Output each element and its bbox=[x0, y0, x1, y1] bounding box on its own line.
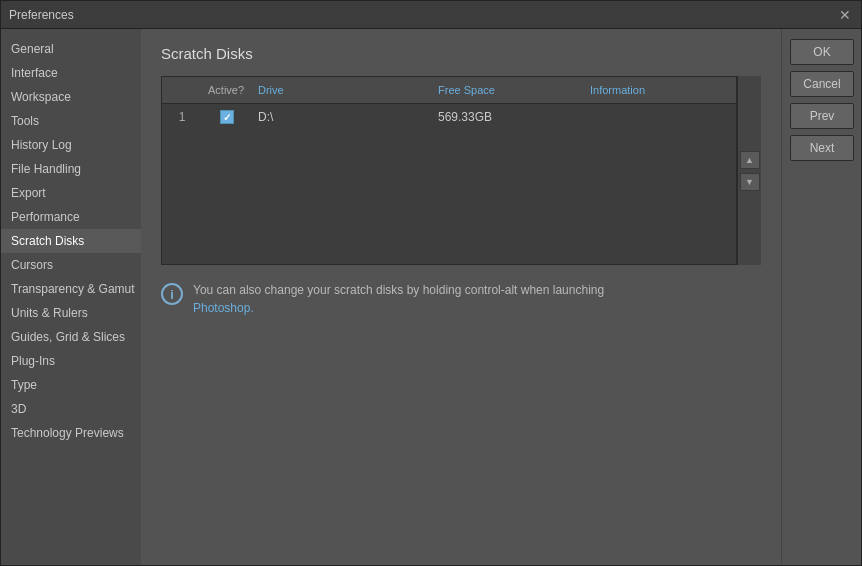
scroll-controls: ▲ ▼ bbox=[737, 76, 761, 265]
sidebar-item-3d[interactable]: 3D bbox=[1, 397, 141, 421]
sidebar-item-transparency-gamut[interactable]: Transparency & Gamut bbox=[1, 277, 141, 301]
dialog-title: Preferences bbox=[9, 8, 74, 22]
sidebar-item-general[interactable]: General bbox=[1, 37, 141, 61]
dialog-body: General Interface Workspace Tools Histor… bbox=[1, 29, 861, 565]
row-active-cell[interactable] bbox=[202, 106, 252, 128]
row-number: 1 bbox=[162, 106, 202, 128]
row-information bbox=[584, 113, 736, 121]
sidebar-item-technology-previews[interactable]: Technology Previews bbox=[1, 421, 141, 445]
table-body: 1 D:\ 569.33GB bbox=[162, 104, 736, 264]
sidebar-item-units-rulers[interactable]: Units & Rulers bbox=[1, 301, 141, 325]
info-icon: i bbox=[161, 283, 183, 305]
col-drive: Drive bbox=[252, 81, 432, 99]
sidebar-item-cursors[interactable]: Cursors bbox=[1, 253, 141, 277]
info-message-line2: Photoshop. bbox=[193, 301, 254, 315]
close-button[interactable]: ✕ bbox=[837, 7, 853, 23]
scroll-down-button[interactable]: ▼ bbox=[740, 173, 760, 191]
sidebar-item-export[interactable]: Export bbox=[1, 181, 141, 205]
sidebar-item-file-handling[interactable]: File Handling bbox=[1, 157, 141, 181]
sidebar-item-history-log[interactable]: History Log bbox=[1, 133, 141, 157]
ok-button[interactable]: OK bbox=[790, 39, 854, 65]
active-checkbox[interactable] bbox=[220, 110, 234, 124]
buttons-panel: OK Cancel Prev Next bbox=[781, 29, 861, 565]
row-freespace: 569.33GB bbox=[432, 106, 584, 128]
scratch-disks-table: Active? Drive Free Space Information 1 D… bbox=[161, 76, 737, 265]
sidebar-item-workspace[interactable]: Workspace bbox=[1, 85, 141, 109]
info-text: You can also change your scratch disks b… bbox=[193, 281, 604, 317]
sidebar-item-performance[interactable]: Performance bbox=[1, 205, 141, 229]
col-information: Information bbox=[584, 81, 736, 99]
col-num bbox=[162, 81, 202, 99]
preferences-dialog: Preferences ✕ General Interface Workspac… bbox=[0, 0, 862, 566]
next-button[interactable]: Next bbox=[790, 135, 854, 161]
row-drive: D:\ bbox=[252, 106, 432, 128]
title-bar: Preferences ✕ bbox=[1, 1, 861, 29]
sidebar-item-guides-grid-slices[interactable]: Guides, Grid & Slices bbox=[1, 325, 141, 349]
sidebar-item-tools[interactable]: Tools bbox=[1, 109, 141, 133]
cancel-button[interactable]: Cancel bbox=[790, 71, 854, 97]
table-row: 1 D:\ 569.33GB bbox=[162, 104, 736, 130]
info-section: i You can also change your scratch disks… bbox=[161, 281, 761, 317]
info-message-line1: You can also change your scratch disks b… bbox=[193, 283, 604, 297]
sidebar-item-scratch-disks[interactable]: Scratch Disks bbox=[1, 229, 141, 253]
sidebar-item-interface[interactable]: Interface bbox=[1, 61, 141, 85]
table-header: Active? Drive Free Space Information bbox=[162, 77, 736, 104]
scratch-disks-table-container: Active? Drive Free Space Information 1 D… bbox=[161, 76, 761, 265]
sidebar-item-plug-ins[interactable]: Plug-Ins bbox=[1, 349, 141, 373]
main-area: Scratch Disks Active? Drive Free Space I… bbox=[141, 29, 781, 565]
section-title: Scratch Disks bbox=[161, 45, 761, 62]
sidebar: General Interface Workspace Tools Histor… bbox=[1, 29, 141, 565]
scroll-up-button[interactable]: ▲ bbox=[740, 151, 760, 169]
col-active: Active? bbox=[202, 81, 252, 99]
prev-button[interactable]: Prev bbox=[790, 103, 854, 129]
sidebar-item-type[interactable]: Type bbox=[1, 373, 141, 397]
col-freespace: Free Space bbox=[432, 81, 584, 99]
